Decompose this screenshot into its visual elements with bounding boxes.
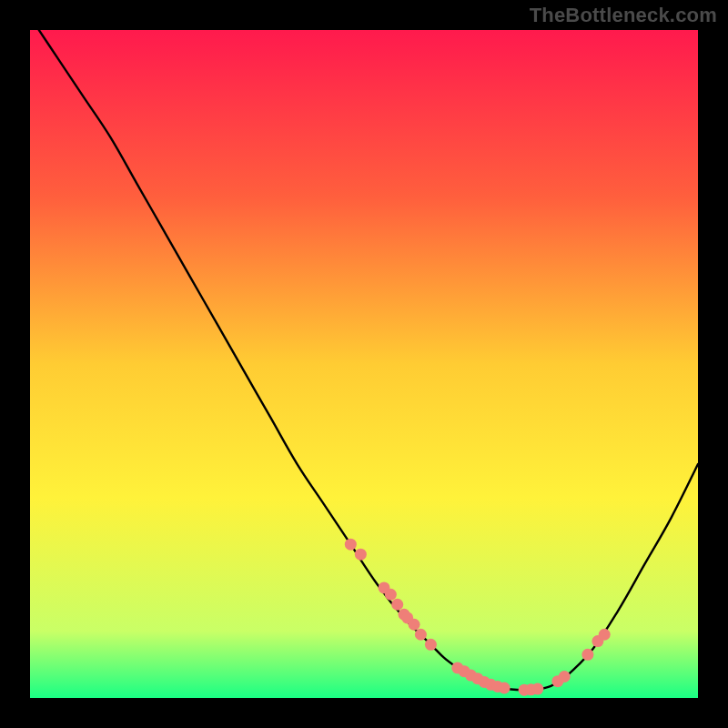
chart-frame: TheBottleneck.com (0, 0, 728, 728)
data-point (355, 549, 367, 561)
data-point (391, 599, 403, 611)
watermark-text: TheBottleneck.com (530, 4, 717, 27)
data-point (499, 682, 511, 693)
data-point (531, 683, 543, 695)
data-point (415, 629, 427, 641)
data-point (559, 671, 571, 682)
plot-area (30, 30, 698, 698)
data-point (581, 649, 593, 661)
chart-svg (30, 30, 698, 698)
data-point (425, 639, 437, 651)
data-point (409, 619, 420, 631)
data-point (345, 539, 357, 551)
gradient-background (30, 30, 698, 698)
data-point (385, 589, 397, 601)
data-point (599, 629, 611, 641)
